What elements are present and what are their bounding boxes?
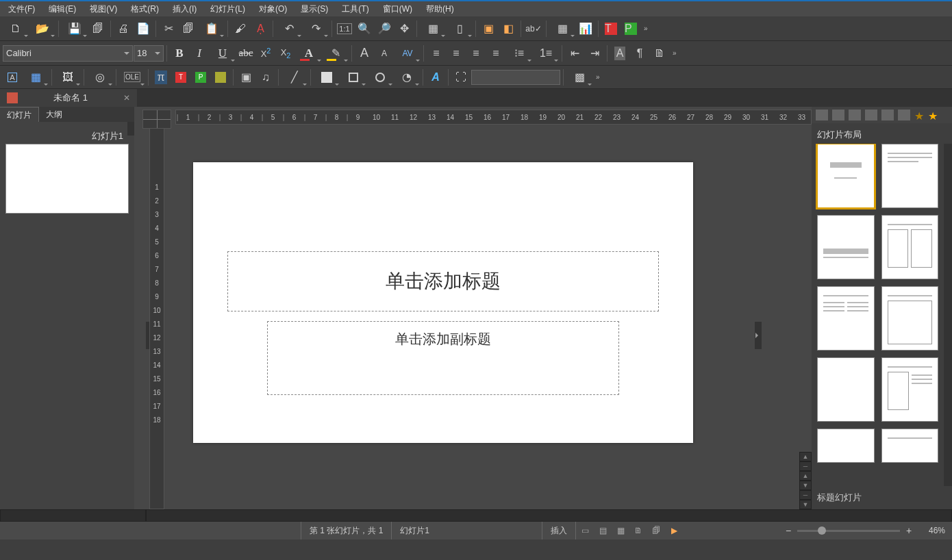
menu-insert[interactable]: 插入(I) xyxy=(166,2,203,16)
layout-blank[interactable] xyxy=(817,357,875,422)
canvas-hscroll[interactable] xyxy=(146,509,952,522)
insert-chart-button[interactable]: 📊 xyxy=(576,19,595,38)
crop-button[interactable]: ⛶ xyxy=(451,68,471,87)
panel-transition-icon[interactable]: ★ xyxy=(914,110,924,120)
menu-file[interactable]: 文件(F) xyxy=(1,2,42,16)
layout-extra1[interactable] xyxy=(817,429,875,463)
zoom-fit-button[interactable]: 🔍 xyxy=(355,19,374,38)
view-normal-icon[interactable]: ▭ xyxy=(577,524,592,537)
insert-frame-button[interactable]: ▣ xyxy=(236,68,255,87)
zoom-pan-button[interactable]: ✥ xyxy=(394,19,414,38)
scroll-line-up-icon[interactable]: ─ xyxy=(799,461,812,471)
view-sorter-icon[interactable]: ▦ xyxy=(613,524,628,537)
bold-button[interactable]: B xyxy=(170,44,189,63)
print-button[interactable]: 🖨 xyxy=(114,19,133,38)
panel-scroll-icon[interactable] xyxy=(127,122,134,136)
close-tab-icon[interactable]: ✕ xyxy=(123,93,130,103)
increase-font-button[interactable]: A xyxy=(355,44,374,63)
slide-canvas[interactable]: 单击添加标题 单击添加副标题 xyxy=(193,162,693,443)
view-handout-icon[interactable]: 🗐 xyxy=(649,524,664,537)
title-placeholder[interactable]: 单击添加标题 xyxy=(227,251,659,311)
strikethrough-button[interactable]: abc xyxy=(236,44,255,63)
insert-table-button[interactable]: ▦ xyxy=(549,19,575,38)
bullet-list-button[interactable]: ⁝≡ xyxy=(506,44,532,63)
paragraph-button[interactable]: ¶ xyxy=(630,44,649,63)
superscript-button[interactable]: X2 xyxy=(256,44,275,63)
layout-two-col[interactable] xyxy=(881,357,939,422)
layout-title[interactable] xyxy=(817,144,875,208)
align-right-button[interactable]: ≡ xyxy=(466,44,486,63)
font-size-select[interactable]: 18 xyxy=(134,45,164,62)
font-color-button[interactable]: A xyxy=(296,44,322,63)
zoom-100-button[interactable]: 1:1 xyxy=(335,19,354,38)
subtitle-placeholder[interactable]: 单击添加副标题 xyxy=(267,321,619,395)
ellipse-button[interactable] xyxy=(367,68,393,87)
font-name-select[interactable]: Calibri xyxy=(3,45,133,62)
panel-gallery-icon[interactable] xyxy=(849,110,861,120)
view-outline-icon[interactable]: ▤ xyxy=(595,524,610,537)
save-as-button[interactable]: 🗐 xyxy=(88,19,108,38)
zoom-slider[interactable] xyxy=(797,530,900,532)
panel-navigator-icon[interactable] xyxy=(865,110,877,120)
menu-object[interactable]: 对象(O) xyxy=(252,2,294,16)
italic-button[interactable]: I xyxy=(190,44,209,63)
underline-button[interactable]: U xyxy=(210,44,236,63)
left-hscroll[interactable] xyxy=(0,509,146,522)
collapse-right-icon[interactable] xyxy=(755,322,762,349)
redo-button[interactable]: ↷ xyxy=(303,19,329,38)
insert-textbox-button[interactable]: A xyxy=(3,68,22,87)
layout-extra2[interactable] xyxy=(881,429,939,463)
line-button[interactable]: ╱ xyxy=(281,68,308,87)
view-present-icon[interactable]: ▶ xyxy=(666,524,681,537)
toolbar-overflow-icon[interactable]: » xyxy=(641,25,651,32)
clear-format-button[interactable]: Ạ xyxy=(251,19,270,38)
tab-slides[interactable]: 幻灯片 xyxy=(0,107,39,122)
clone-format-button[interactable]: 🖌 xyxy=(231,19,250,38)
panel-slide-icon[interactable] xyxy=(832,110,844,120)
layout-two-content[interactable] xyxy=(881,215,939,279)
insert-ole-button[interactable]: OLE xyxy=(119,68,145,87)
insert-audio-button[interactable]: ♫ xyxy=(256,68,275,87)
insert-toolbar-overflow-icon[interactable]: » xyxy=(593,73,603,81)
menu-format[interactable]: 格式(R) xyxy=(124,2,166,16)
spellcheck-button[interactable]: ab✓ xyxy=(524,19,543,38)
panel-properties-icon[interactable] xyxy=(816,110,828,120)
layout-title-two[interactable] xyxy=(817,286,875,351)
highlight-button[interactable]: ✎ xyxy=(323,44,349,63)
status-insert-mode[interactable]: 插入 xyxy=(542,522,576,539)
save-button[interactable]: 💾 xyxy=(62,19,88,38)
insert-media-button[interactable]: ◎ xyxy=(87,68,113,87)
slide-thumb-1[interactable] xyxy=(5,144,129,214)
horizontal-ruler[interactable]: |1|2|3|4|5|6|7|8|91011121314151617181920… xyxy=(175,110,812,125)
zoom-value[interactable]: 46% xyxy=(918,526,945,535)
open-button[interactable]: 📂 xyxy=(29,19,55,38)
menu-slide[interactable]: 幻灯片(L) xyxy=(203,2,252,16)
insert-green-button[interactable]: P xyxy=(191,68,210,87)
outdent-button[interactable]: ⇤ xyxy=(565,44,584,63)
rect-outline-button[interactable] xyxy=(340,68,366,87)
scroll-line-down-icon[interactable]: ─ xyxy=(799,490,812,500)
panel-shapes-icon[interactable] xyxy=(881,110,894,120)
panel-animation-icon[interactable]: ★ xyxy=(928,110,938,120)
cut-button[interactable]: ✂ xyxy=(159,19,178,38)
zoom-in-icon[interactable]: + xyxy=(904,525,914,536)
prev-slide-icon[interactable]: ▲ xyxy=(799,471,812,481)
char-spacing-button[interactable]: AV xyxy=(394,44,421,63)
align-justify-button[interactable]: ≡ xyxy=(486,44,505,63)
object-fill-select[interactable] xyxy=(471,70,560,85)
tab-outline[interactable]: 大纲 xyxy=(39,107,69,122)
indent-button[interactable]: ⇥ xyxy=(585,44,604,63)
layout-title-only[interactable] xyxy=(881,286,939,351)
menu-view[interactable]: 视图(V) xyxy=(83,2,124,16)
text-color-green-button[interactable]: P xyxy=(621,19,640,38)
insert-yellow-button[interactable] xyxy=(211,68,230,87)
paste-button[interactable]: 📋 xyxy=(199,19,225,38)
align-center-button[interactable]: ≡ xyxy=(447,44,466,63)
text-direction-button[interactable]: A xyxy=(610,44,629,63)
scroll-down-icon[interactable]: ▼ xyxy=(799,500,812,509)
decrease-font-button[interactable]: A xyxy=(375,44,394,63)
rect-button[interactable] xyxy=(314,68,340,87)
insert-image-button[interactable]: 🖼 xyxy=(55,68,81,87)
zoom-out-icon[interactable]: − xyxy=(784,525,793,536)
vertical-ruler[interactable]: 123456789101112131415161718 xyxy=(149,125,164,509)
